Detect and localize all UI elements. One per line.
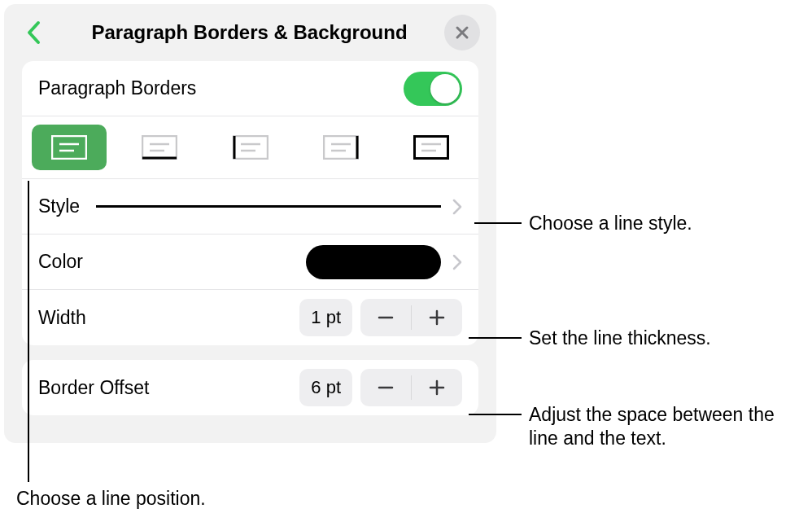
border-position-right[interactable]	[303, 125, 378, 170]
border-all-icon	[413, 135, 449, 160]
callout-style: Choose a line style.	[529, 212, 692, 235]
toggle-knob	[430, 74, 460, 103]
svg-rect-7	[234, 136, 268, 159]
border-right-icon	[323, 135, 359, 160]
width-label: Width	[38, 307, 86, 329]
callout-offset-leader	[469, 414, 522, 415]
style-label: Style	[38, 195, 80, 217]
offset-stepper	[360, 369, 462, 406]
callout-offset: Adjust the space between the line and th…	[529, 403, 805, 450]
plus-icon	[428, 379, 446, 397]
border-position-none[interactable]	[32, 125, 107, 170]
width-stepper	[360, 299, 462, 336]
panel-header: Paragraph Borders & Background	[4, 4, 496, 61]
callout-position-leader	[28, 181, 29, 482]
borders-toggle[interactable]	[404, 72, 462, 106]
callout-width: Set the line thickness.	[529, 327, 711, 350]
width-stepper-wrap: 1 pt	[299, 299, 462, 336]
color-swatch	[306, 245, 441, 279]
border-position-bottom[interactable]	[122, 125, 197, 170]
border-none-icon	[51, 135, 87, 160]
border-position-all[interactable]	[394, 125, 469, 170]
color-label: Color	[38, 251, 83, 273]
offset-stepper-wrap: 6 pt	[299, 369, 462, 406]
svg-rect-3	[142, 136, 177, 159]
style-row[interactable]: Style	[22, 179, 478, 235]
position-options-row	[22, 116, 478, 179]
svg-rect-15	[415, 137, 448, 159]
color-row[interactable]: Color	[22, 235, 478, 290]
borders-panel: Paragraph Borders & Background Paragraph…	[4, 4, 496, 443]
minus-icon	[377, 379, 395, 397]
offset-card: Border Offset 6 pt	[22, 360, 478, 415]
offset-row: Border Offset 6 pt	[22, 360, 478, 415]
width-increment[interactable]	[412, 299, 462, 336]
svg-rect-0	[52, 136, 86, 159]
width-decrement[interactable]	[360, 299, 411, 336]
panel-title: Paragraph Borders & Background	[46, 21, 444, 44]
width-row: Width 1 pt	[22, 290, 478, 345]
chevron-right-icon	[452, 254, 462, 270]
border-bottom-icon	[142, 135, 177, 160]
back-button[interactable]	[20, 20, 46, 46]
offset-increment[interactable]	[412, 369, 462, 406]
border-position-left[interactable]	[213, 125, 288, 170]
svg-rect-11	[324, 136, 358, 159]
chevron-left-icon	[26, 20, 41, 45]
style-line-preview	[96, 205, 441, 208]
offset-decrement[interactable]	[360, 369, 411, 406]
callout-style-leader	[474, 222, 522, 224]
plus-icon	[428, 309, 446, 327]
callout-width-leader	[469, 337, 522, 339]
close-icon	[455, 25, 469, 40]
border-left-icon	[233, 135, 268, 160]
offset-value: 6 pt	[299, 369, 352, 406]
toggle-row: Paragraph Borders	[22, 61, 478, 116]
offset-label: Border Offset	[38, 377, 149, 399]
minus-icon	[377, 309, 395, 327]
borders-card: Paragraph Borders Style	[22, 61, 478, 345]
width-value: 1 pt	[299, 299, 352, 336]
close-button[interactable]	[444, 15, 480, 50]
callout-position: Choose a line position.	[16, 487, 206, 511]
chevron-right-icon	[452, 199, 462, 215]
toggle-label: Paragraph Borders	[38, 77, 196, 99]
